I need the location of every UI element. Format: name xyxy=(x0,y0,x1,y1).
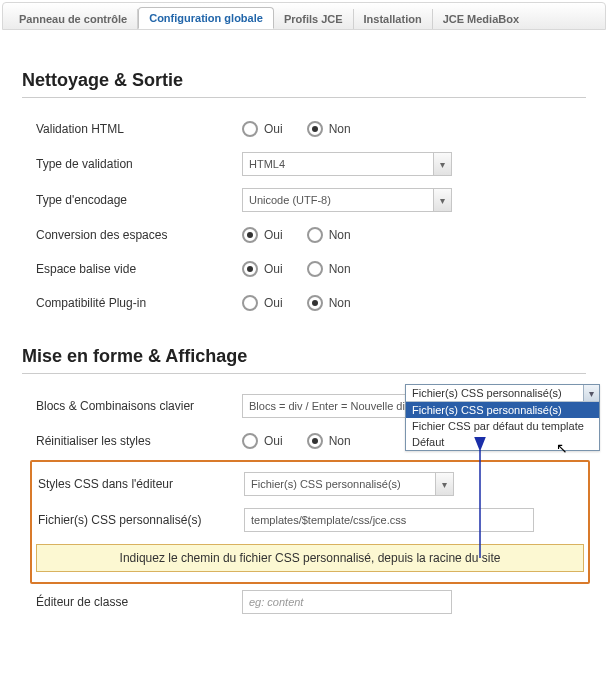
radio-label: Non xyxy=(329,434,351,448)
label-plugin-compat: Compatibilité Plug-in xyxy=(36,296,242,310)
radio-reset-yes[interactable]: Oui xyxy=(242,433,283,449)
select-value: Fichier(s) CSS personnalisé(s) xyxy=(251,478,401,490)
dropdown-header-text: Fichier(s) CSS personnalisé(s) xyxy=(412,387,562,399)
radio-icon xyxy=(307,227,323,243)
label-space-conversion: Conversion des espaces xyxy=(36,228,242,242)
highlighted-css-group: Styles CSS dans l'éditeur Fichier(s) CSS… xyxy=(30,460,590,584)
radio-label: Oui xyxy=(264,122,283,136)
row-space-conversion: Conversion des espaces Oui Non xyxy=(22,218,586,252)
radio-validation-no[interactable]: Non xyxy=(307,121,351,137)
select-value: Blocs = div / Enter = Nouvelle div / : xyxy=(249,400,423,412)
label-reset-styles: Réinitialiser les styles xyxy=(36,434,242,448)
row-validation-type: Type de validation HTML4 ▾ xyxy=(22,146,586,182)
radio-icon xyxy=(242,433,258,449)
section-cleanup-title: Nettoyage & Sortie xyxy=(22,44,586,98)
radio-label: Non xyxy=(329,228,351,242)
label-validation-html: Validation HTML xyxy=(36,122,242,136)
input-class-editor[interactable]: eg: content xyxy=(242,590,452,614)
dropdown-option-custom[interactable]: Fichier(s) CSS personnalisé(s) xyxy=(406,402,599,418)
tab-bar: Panneau de contrôle Configuration global… xyxy=(2,2,606,30)
tab-label: Installation xyxy=(364,13,422,25)
label-encoding-type: Type d'encodage xyxy=(36,193,242,207)
tab-label: JCE MediaBox xyxy=(443,13,519,25)
select-validation-type[interactable]: HTML4 ▾ xyxy=(242,152,452,176)
radio-space-yes[interactable]: Oui xyxy=(242,227,283,243)
radio-label: Oui xyxy=(264,228,283,242)
option-label: Défaut xyxy=(412,436,444,448)
radio-reset-no[interactable]: Non xyxy=(307,433,351,449)
label-custom-css-files: Fichier(s) CSS personnalisé(s) xyxy=(38,513,244,527)
radio-empty-yes[interactable]: Oui xyxy=(242,261,283,277)
tab-label: Profils JCE xyxy=(284,13,343,25)
radio-icon xyxy=(307,295,323,311)
radio-label: Oui xyxy=(264,434,283,448)
row-empty-tag: Espace balise vide Oui Non xyxy=(22,252,586,286)
radio-label: Non xyxy=(329,296,351,310)
radio-label: Non xyxy=(329,262,351,276)
radio-label: Oui xyxy=(264,296,283,310)
input-custom-css-files[interactable]: templates/$template/css/jce.css xyxy=(244,508,534,532)
dropdown-option-template-default[interactable]: Fichier CSS par défaut du template xyxy=(406,418,599,434)
radio-plugin-yes[interactable]: Oui xyxy=(242,295,283,311)
tab-global-config[interactable]: Configuration globale xyxy=(138,7,274,29)
row-custom-css-files: Fichier(s) CSS personnalisé(s) templates… xyxy=(36,502,584,538)
tab-jce-mediabox[interactable]: JCE MediaBox xyxy=(433,9,529,29)
chevron-down-icon: ▾ xyxy=(583,385,599,401)
radio-label: Non xyxy=(329,122,351,136)
chevron-down-icon: ▾ xyxy=(433,189,451,211)
dropdown-header[interactable]: Fichier(s) CSS personnalisé(s) ▾ xyxy=(406,385,599,402)
tab-label: Panneau de contrôle xyxy=(19,13,127,25)
label-validation-type: Type de validation xyxy=(36,157,242,171)
select-value: Unicode (UTF-8) xyxy=(249,194,331,206)
radio-validation-yes[interactable]: Oui xyxy=(242,121,283,137)
radio-icon xyxy=(307,433,323,449)
radio-icon xyxy=(242,227,258,243)
tab-installation[interactable]: Installation xyxy=(354,9,433,29)
radio-icon xyxy=(242,295,258,311)
row-encoding-type: Type d'encodage Unicode (UTF-8) ▾ xyxy=(22,182,586,218)
page-body: Nettoyage & Sortie Validation HTML Oui N… xyxy=(0,30,608,640)
select-css-in-editor[interactable]: Fichier(s) CSS personnalisé(s) ▾ xyxy=(244,472,454,496)
dropdown-open-css-styles: Fichier(s) CSS personnalisé(s) ▾ Fichier… xyxy=(405,384,600,451)
callout-help-text: Indiquez le chemin du fichier CSS person… xyxy=(36,544,584,572)
tab-jce-profiles[interactable]: Profils JCE xyxy=(274,9,354,29)
row-validation-html: Validation HTML Oui Non xyxy=(22,112,586,146)
radio-plugin-no[interactable]: Non xyxy=(307,295,351,311)
radio-icon xyxy=(242,121,258,137)
chevron-down-icon: ▾ xyxy=(433,153,451,175)
section-format-title: Mise en forme & Affichage xyxy=(22,320,586,374)
radio-space-no[interactable]: Non xyxy=(307,227,351,243)
radio-icon xyxy=(242,261,258,277)
label-blocks-keys: Blocs & Combinaisons clavier xyxy=(36,399,242,413)
label-class-editor: Éditeur de classe xyxy=(36,595,242,609)
input-placeholder: eg: content xyxy=(249,596,303,608)
row-plugin-compat: Compatibilité Plug-in Oui Non xyxy=(22,286,586,320)
select-value: HTML4 xyxy=(249,158,285,170)
option-label: Fichier CSS par défaut du template xyxy=(412,420,584,432)
input-value: templates/$template/css/jce.css xyxy=(251,514,406,526)
radio-icon xyxy=(307,261,323,277)
label-empty-tag: Espace balise vide xyxy=(36,262,242,276)
radio-label: Oui xyxy=(264,262,283,276)
row-class-editor: Éditeur de classe eg: content xyxy=(22,584,586,620)
select-encoding-type[interactable]: Unicode (UTF-8) ▾ xyxy=(242,188,452,212)
dropdown-option-default[interactable]: Défaut xyxy=(406,434,599,450)
radio-icon xyxy=(307,121,323,137)
chevron-down-icon: ▾ xyxy=(435,473,453,495)
label-css-in-editor: Styles CSS dans l'éditeur xyxy=(38,477,244,491)
radio-empty-no[interactable]: Non xyxy=(307,261,351,277)
tab-label: Configuration globale xyxy=(149,12,263,24)
option-label: Fichier(s) CSS personnalisé(s) xyxy=(412,404,562,416)
row-css-in-editor: Styles CSS dans l'éditeur Fichier(s) CSS… xyxy=(36,466,584,502)
tab-control-panel[interactable]: Panneau de contrôle xyxy=(9,9,138,29)
